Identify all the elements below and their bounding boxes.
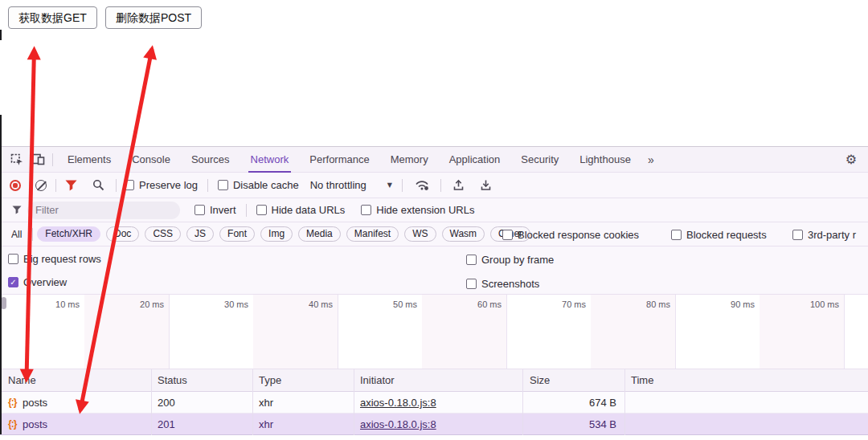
hide-extension-urls-checkbox[interactable] — [361, 205, 371, 215]
request-initiator-link[interactable]: axios-0.18.0.js:8 — [360, 418, 436, 430]
big-request-rows-checkbox[interactable] — [8, 254, 18, 264]
screenshots-checkbox[interactable] — [466, 279, 477, 289]
request-status: 200 — [158, 397, 175, 409]
disable-cache-label[interactable]: Disable cache — [233, 179, 299, 191]
request-table-header: Name Status Type Initiator Size Time — [0, 369, 868, 392]
chip-doc[interactable]: Doc — [106, 226, 139, 242]
group-by-frame-label[interactable]: Group by frame — [481, 254, 554, 266]
device-toolbar-icon[interactable] — [27, 149, 48, 170]
divider — [440, 179, 441, 192]
column-header-initiator[interactable]: Initiator — [360, 374, 395, 386]
request-row[interactable]: {:}posts200xhraxios-0.18.0.js:8674 B — [0, 392, 868, 414]
overview-checkbox[interactable] — [8, 277, 18, 287]
filter-funnel-icon[interactable] — [60, 175, 81, 196]
divider — [55, 179, 56, 192]
chip-font[interactable]: Font — [219, 226, 255, 242]
timeline-tick-label: 70 ms — [538, 299, 586, 309]
request-row[interactable]: {:}posts201xhraxios-0.18.0.js:8534 B — [0, 414, 868, 435]
hide-data-urls-label[interactable]: Hide data URLs — [272, 204, 346, 216]
network-options-row: Overview Screenshots — [0, 271, 868, 295]
group-by-frame-checkbox[interactable] — [466, 255, 477, 265]
request-type: xhr — [259, 397, 273, 409]
column-header-time[interactable]: Time — [631, 374, 653, 386]
timeline-gridline — [844, 295, 845, 369]
tab-security[interactable]: Security — [510, 147, 569, 173]
network-overview-timeline[interactable]: 10 ms20 ms30 ms40 ms50 ms60 ms70 ms80 ms… — [0, 295, 868, 369]
column-header-type[interactable]: Type — [259, 374, 281, 386]
column-divider[interactable] — [624, 369, 625, 435]
tab-lighthouse[interactable]: Lighthouse — [569, 147, 641, 173]
clear-network-log-icon[interactable] — [31, 175, 51, 196]
delete-data-button[interactable]: 删除数据POST — [105, 6, 202, 29]
network-conditions-icon[interactable] — [412, 175, 433, 196]
throttling-value: No throttling — [310, 179, 366, 191]
tab-network[interactable]: Network — [240, 147, 300, 173]
chip-fetch-xhr[interactable]: Fetch/XHR — [37, 226, 100, 242]
hide-extension-urls-label[interactable]: Hide extension URLs — [376, 204, 474, 216]
timeline-tick-label: 100 ms — [791, 299, 839, 309]
request-size: 534 B — [522, 418, 616, 430]
timeline-tick-label: 20 ms — [116, 299, 164, 309]
divider — [402, 179, 403, 192]
request-initiator-link[interactable]: axios-0.18.0.js:8 — [360, 397, 436, 409]
request-name[interactable]: posts — [23, 397, 47, 409]
tab-performance[interactable]: Performance — [299, 147, 379, 173]
tab-application[interactable]: Application — [439, 147, 511, 173]
blocked-requests-label[interactable]: Blocked requests — [686, 229, 767, 241]
column-header-status[interactable]: Status — [158, 374, 187, 386]
blocked-response-cookies-checkbox[interactable] — [502, 230, 513, 240]
chip-js[interactable]: JS — [186, 226, 214, 242]
more-tabs-chevron-icon[interactable]: » — [641, 153, 661, 166]
chip-wasm[interactable]: Wasm — [442, 226, 485, 242]
network-filter-bar: Invert Hide data URLs Hide extension URL… — [0, 198, 868, 222]
network-options-row: Big request rows Group by frame — [0, 246, 868, 271]
scrollbar-thumb[interactable] — [1, 297, 6, 309]
column-divider[interactable] — [522, 369, 523, 435]
overview-label[interactable]: Overview — [23, 276, 67, 288]
chip-media[interactable]: Media — [298, 226, 341, 242]
chip-ws[interactable]: WS — [404, 226, 436, 242]
preserve-log-label[interactable]: Preserve log — [139, 179, 198, 191]
hide-data-urls-checkbox[interactable] — [256, 205, 267, 215]
invert-checkbox[interactable] — [194, 205, 205, 215]
column-divider[interactable] — [151, 369, 152, 435]
tab-elements[interactable]: Elements — [57, 147, 121, 173]
throttling-select[interactable]: No throttling ▼ — [310, 179, 392, 191]
filter-input[interactable] — [27, 202, 180, 219]
record-network-log-icon[interactable] — [5, 175, 26, 196]
search-icon[interactable] — [88, 175, 108, 196]
column-header-size[interactable]: Size — [530, 374, 550, 386]
chip-all[interactable]: All — [6, 229, 27, 240]
chip-img[interactable]: Img — [260, 226, 293, 242]
preserve-log-checkbox[interactable] — [124, 180, 134, 190]
get-data-button[interactable]: 获取数据GET — [8, 6, 97, 29]
screenshots-label[interactable]: Screenshots — [481, 278, 539, 290]
request-name[interactable]: posts — [23, 418, 47, 430]
tab-memory[interactable]: Memory — [380, 147, 439, 173]
column-header-name[interactable]: Name — [8, 374, 36, 386]
inspect-element-icon[interactable] — [6, 149, 27, 170]
big-request-rows-label[interactable]: Big request rows — [23, 253, 101, 265]
blocked-response-cookies-label[interactable]: Blocked response cookies — [518, 229, 639, 241]
third-party-requests-label[interactable]: 3rd-party r — [808, 229, 856, 241]
column-divider[interactable] — [252, 369, 253, 435]
export-har-icon[interactable] — [476, 175, 497, 196]
screenshot-edge-artifact — [0, 115, 2, 434]
timeline-gridline — [675, 295, 676, 369]
invert-label[interactable]: Invert — [210, 204, 236, 216]
chip-manifest[interactable]: Manifest — [346, 226, 399, 242]
timeline-gridline — [169, 295, 170, 369]
tab-console[interactable]: Console — [121, 147, 181, 173]
column-divider[interactable] — [354, 369, 354, 435]
timeline-tick-label: 50 ms — [369, 299, 417, 309]
import-har-icon[interactable] — [448, 175, 469, 196]
tab-sources[interactable]: Sources — [181, 147, 240, 173]
settings-gear-icon[interactable]: ⚙ — [841, 149, 862, 170]
timeline-tick-label: 40 ms — [285, 299, 333, 309]
divider — [246, 204, 247, 217]
blocked-requests-checkbox[interactable] — [671, 230, 682, 240]
timeline-tick-label: 90 ms — [706, 299, 755, 309]
chip-css[interactable]: CSS — [145, 226, 181, 242]
third-party-requests-checkbox[interactable] — [792, 230, 803, 240]
disable-cache-checkbox[interactable] — [218, 180, 228, 190]
